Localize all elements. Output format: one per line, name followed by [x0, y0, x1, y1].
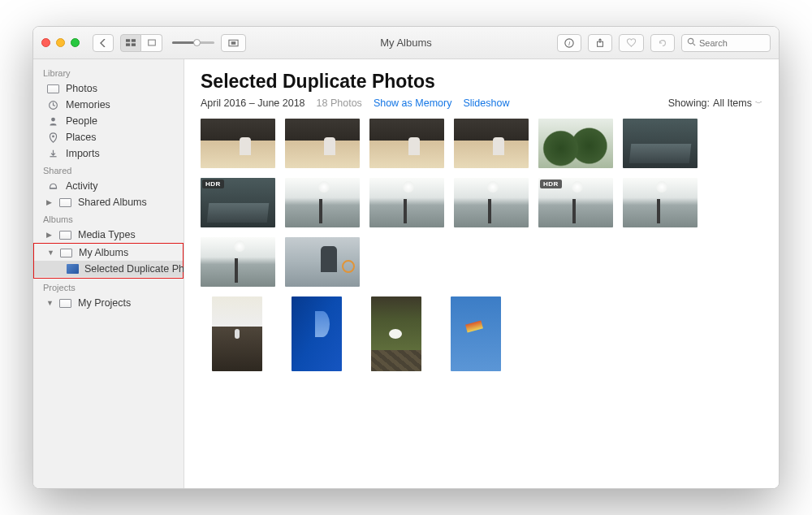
- rotate-button[interactable]: [650, 34, 675, 52]
- media-types-icon: [58, 229, 72, 240]
- sidebar-label: Imports: [66, 148, 100, 159]
- svg-rect-4: [148, 40, 155, 45]
- chevron-down-icon: ﹀: [755, 98, 762, 109]
- info-button[interactable]: i: [557, 34, 581, 52]
- photo-thumb[interactable]: [538, 119, 613, 168]
- view-thumbnail-icon[interactable]: [120, 34, 141, 52]
- sidebar-heading-shared: Shared: [33, 162, 184, 178]
- svg-rect-1: [132, 39, 136, 41]
- photo-thumb[interactable]: [212, 296, 262, 371]
- window-controls: [41, 38, 80, 47]
- back-button[interactable]: [93, 34, 114, 52]
- search-input[interactable]: [699, 38, 765, 48]
- sidebar-label: Activity: [66, 180, 98, 192]
- highlighted-my-albums-section: ▼My Albums Selected Duplicate Photos: [33, 243, 184, 279]
- showing-value: All Items: [713, 97, 752, 109]
- photo-thumb[interactable]: [285, 178, 360, 227]
- slideshow-link[interactable]: Slideshow: [463, 97, 509, 109]
- view-single-icon[interactable]: [141, 34, 162, 52]
- sidebar-item-my-albums[interactable]: ▼My Albums: [34, 245, 183, 261]
- my-projects-icon: [58, 297, 72, 309]
- hdr-badge: HDR: [540, 180, 562, 188]
- sidebar: Library Photos Memories People Places Im…: [33, 59, 184, 488]
- photo-thumb[interactable]: [623, 119, 698, 168]
- toolbar-right: i: [557, 34, 771, 52]
- maximize-button[interactable]: [71, 38, 80, 47]
- date-range: April 2016 – June 2018: [201, 97, 305, 109]
- search-icon: [687, 37, 696, 48]
- photo-grid-row3: [201, 296, 762, 371]
- hdr-badge: HDR: [202, 180, 224, 188]
- sidebar-item-places[interactable]: Places: [33, 129, 184, 145]
- photo-grid: HDR HDR: [201, 119, 762, 287]
- chevron-right-icon: ▶: [46, 231, 53, 239]
- photo-thumb[interactable]: [285, 119, 360, 168]
- sidebar-label: Places: [66, 132, 97, 143]
- page-title: Selected Duplicate Photos: [201, 71, 762, 93]
- sidebar-item-activity[interactable]: Activity: [33, 178, 184, 194]
- showing-label: Showing:: [668, 97, 710, 109]
- people-icon: [46, 115, 60, 127]
- photo-thumb[interactable]: [454, 119, 529, 168]
- favorite-button[interactable]: [619, 34, 644, 52]
- photo-thumb[interactable]: [292, 296, 342, 371]
- photo-thumb[interactable]: [201, 237, 275, 287]
- svg-text:i: i: [568, 39, 570, 46]
- view-mode-segment[interactable]: [120, 34, 162, 52]
- chevron-down-icon: ▼: [47, 249, 54, 257]
- sidebar-item-shared-albums[interactable]: ▶Shared Albums: [33, 194, 184, 210]
- svg-point-10: [688, 38, 693, 43]
- sidebar-item-imports[interactable]: Imports: [33, 145, 184, 162]
- photo-thumb[interactable]: [201, 119, 275, 168]
- close-button[interactable]: [41, 38, 50, 47]
- photo-count: 18 Photos: [317, 97, 362, 109]
- sidebar-label: Memories: [66, 99, 110, 110]
- photo-thumb[interactable]: [285, 237, 360, 287]
- search-field[interactable]: [681, 34, 771, 52]
- chevron-down-icon: ▼: [46, 299, 53, 307]
- photo-thumb[interactable]: [369, 119, 444, 168]
- photo-thumb[interactable]: HDR: [538, 178, 613, 227]
- sidebar-label: My Albums: [79, 247, 128, 258]
- places-icon: [46, 132, 60, 143]
- main-content: Selected Duplicate Photos April 2016 – J…: [184, 59, 779, 488]
- sidebar-label: Photos: [66, 83, 97, 94]
- photo-thumb[interactable]: [451, 296, 501, 371]
- photos-icon: [46, 83, 60, 94]
- photos-window: My Albums i Library: [32, 26, 780, 489]
- showing-filter[interactable]: Showing: All Items ﹀: [668, 97, 762, 109]
- sidebar-item-memories[interactable]: Memories: [33, 97, 184, 113]
- sidebar-label: Selected Duplicate Photos: [84, 263, 184, 275]
- photo-thumb[interactable]: [369, 178, 444, 227]
- svg-line-11: [693, 43, 695, 45]
- photo-thumb[interactable]: HDR: [201, 178, 275, 227]
- share-button[interactable]: [588, 34, 612, 52]
- show-as-memory-link[interactable]: Show as Memory: [374, 97, 452, 109]
- sidebar-item-photos[interactable]: Photos: [33, 80, 184, 97]
- aspect-toggle-icon[interactable]: [221, 34, 246, 52]
- photo-thumb[interactable]: [454, 178, 529, 227]
- shared-albums-icon: [58, 197, 72, 208]
- photo-thumb[interactable]: [623, 178, 698, 227]
- zoom-slider[interactable]: [172, 41, 214, 44]
- svg-point-14: [52, 135, 54, 137]
- svg-point-13: [51, 117, 55, 121]
- minimize-button[interactable]: [56, 38, 65, 47]
- meta-row: April 2016 – June 2018 18 Photos Show as…: [201, 97, 762, 109]
- sidebar-label: People: [66, 115, 97, 127]
- svg-rect-3: [132, 43, 136, 45]
- sidebar-item-selected-duplicate-photos[interactable]: Selected Duplicate Photos: [34, 261, 183, 277]
- sidebar-item-my-projects[interactable]: ▼My Projects: [33, 295, 184, 311]
- sidebar-heading-library: Library: [33, 64, 184, 80]
- window-body: Library Photos Memories People Places Im…: [33, 59, 779, 488]
- sidebar-heading-projects: Projects: [33, 279, 184, 295]
- sidebar-label: Shared Albums: [78, 197, 147, 208]
- photo-thumb[interactable]: [371, 296, 421, 371]
- svg-rect-6: [231, 41, 236, 45]
- svg-rect-0: [126, 39, 130, 41]
- my-albums-icon: [59, 247, 73, 258]
- sidebar-item-people[interactable]: People: [33, 113, 184, 129]
- svg-rect-2: [126, 43, 130, 45]
- sidebar-item-media-types[interactable]: ▶Media Types: [33, 227, 184, 243]
- toolbar-left: [93, 34, 246, 52]
